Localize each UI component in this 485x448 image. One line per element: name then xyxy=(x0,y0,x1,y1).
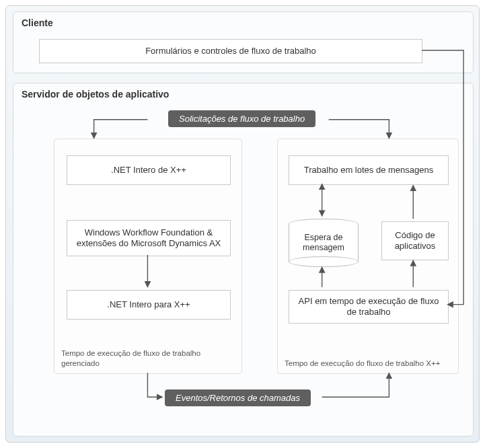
forms-controls-label: Formulários e controles de fluxo de trab… xyxy=(145,46,316,57)
server-section: Servidor de objetos de aplicativo Solici… xyxy=(13,83,474,437)
appcode-label: Código de aplicativos xyxy=(387,230,443,252)
xpp-runtime-group: Trabalho em lotes de mensagens Espera de… xyxy=(277,139,459,374)
events-pill: Eventos/Retornos de chamadas xyxy=(165,389,311,406)
forms-controls-box: Formulários e controles de fluxo de trab… xyxy=(39,39,422,63)
wwf-label: Windows Workflow Foundation & extensões … xyxy=(73,227,225,250)
net-from-xpp-box: .NET Intero de X++ xyxy=(67,155,231,185)
requests-pill: Solicitações de fluxo de trabalho xyxy=(168,110,315,127)
api-label: API em tempo de execução de fluxo de tra… xyxy=(295,296,443,318)
net-to-xpp-box: .NET Intero para X++ xyxy=(67,290,231,320)
diagram-canvas: Cliente Formulários e controles de fluxo… xyxy=(5,5,480,443)
managed-runtime-group: .NET Intero de X++ Windows Workflow Foun… xyxy=(54,139,242,374)
batch-box: Trabalho em lotes de mensagens xyxy=(289,155,449,185)
net-from-xpp-label: .NET Intero de X++ xyxy=(111,165,186,176)
client-section: Cliente Formulários e controles de fluxo… xyxy=(13,11,474,73)
client-title: Cliente xyxy=(13,12,473,31)
wwf-box: Windows Workflow Foundation & extensões … xyxy=(67,220,231,256)
net-to-xpp-label: .NET Intero para X++ xyxy=(107,299,190,310)
batch-label: Trabalho em lotes de mensagens xyxy=(304,165,433,176)
server-title: Servidor de objetos de aplicativo xyxy=(13,83,473,102)
queue-label: Espera de mensagem xyxy=(293,233,354,253)
requests-label: Solicitações de fluxo de trabalho xyxy=(179,114,305,124)
api-box: API em tempo de execução de fluxo de tra… xyxy=(289,290,449,324)
managed-caption: Tempo de execução de fluxo de trabalho g… xyxy=(61,348,229,368)
message-queue-cylinder: Espera de mensagem xyxy=(289,219,359,267)
appcode-box: Código de aplicativos xyxy=(381,221,449,260)
xpp-caption: Tempo de execução do fluxo de trabalho X… xyxy=(285,359,440,368)
events-label: Eventos/Retornos de chamadas xyxy=(176,393,300,403)
